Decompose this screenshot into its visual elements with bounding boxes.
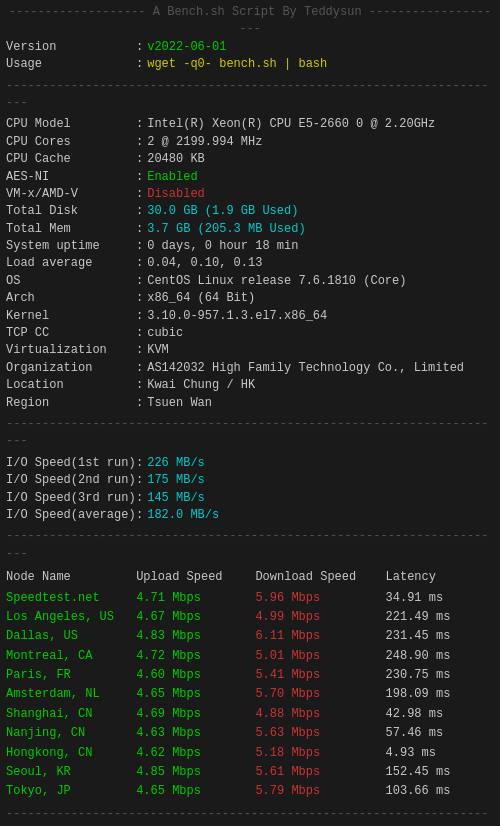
speedtest-upload: 4.71 Mbps xyxy=(136,589,255,608)
system-info: CPU Model : Intel(R) Xeon(R) CPU E5-2660… xyxy=(6,116,494,412)
system-colon: : xyxy=(136,255,143,272)
speedtest-latency: 57.46 ms xyxy=(386,724,494,743)
system-label: CPU Cores xyxy=(6,134,136,151)
system-row: VM-x/AMD-V : Disabled xyxy=(6,186,494,203)
speedtest-upload: 4.63 Mbps xyxy=(136,724,255,743)
speedtest-node: Shanghai, CN xyxy=(6,705,136,724)
system-row: Location : Kwai Chung / HK xyxy=(6,377,494,394)
divider-2: ----------------------------------------… xyxy=(6,416,494,451)
speedtest-node: Hongkong, CN xyxy=(6,744,136,763)
speedtest-node: Amsterdam, NL xyxy=(6,685,136,704)
speedtest-table: Node Name Upload Speed Download Speed La… xyxy=(6,567,494,802)
speedtest-node: Nanjing, CN xyxy=(6,724,136,743)
speedtest-upload: 4.83 Mbps xyxy=(136,627,255,646)
speedtest-download: 4.99 Mbps xyxy=(255,608,385,627)
system-value: Enabled xyxy=(147,169,197,186)
system-value: cubic xyxy=(147,325,183,342)
usage-colon: : xyxy=(136,56,143,73)
system-colon: : xyxy=(136,221,143,238)
speedtest-row: Hongkong, CN4.62 Mbps5.18 Mbps4.93 ms xyxy=(6,744,494,763)
system-value: x86_64 (64 Bit) xyxy=(147,290,255,307)
speedtest-download: 5.79 Mbps xyxy=(255,782,385,801)
system-label: CPU Cache xyxy=(6,151,136,168)
divider-3: ----------------------------------------… xyxy=(6,528,494,563)
system-label: Location xyxy=(6,377,136,394)
speedtest-download: 6.11 Mbps xyxy=(255,627,385,646)
system-value: 30.0 GB (1.9 GB Used) xyxy=(147,203,298,220)
system-label: Kernel xyxy=(6,308,136,325)
io-run3-colon: : xyxy=(136,490,143,507)
speedtest-latency: 103.66 ms xyxy=(386,782,494,801)
io-run3-value: 145 MB/s xyxy=(147,490,205,507)
header-line: ------------------- A Bench.sh Script By… xyxy=(6,4,494,39)
system-value: 3.10.0-957.1.3.el7.x86_64 xyxy=(147,308,327,325)
system-label: Arch xyxy=(6,290,136,307)
system-label: Virtualization xyxy=(6,342,136,359)
system-colon: : xyxy=(136,395,143,412)
system-value: Kwai Chung / HK xyxy=(147,377,255,394)
speedtest-row: Los Angeles, US4.67 Mbps4.99 Mbps221.49 … xyxy=(6,608,494,627)
system-row: AES-NI : Enabled xyxy=(6,169,494,186)
system-value: 2 @ 2199.994 MHz xyxy=(147,134,262,151)
system-colon: : xyxy=(136,134,143,151)
speedtest-download: 5.63 Mbps xyxy=(255,724,385,743)
speedtest-node: Seoul, KR xyxy=(6,763,136,782)
io-avg-row: I/O Speed(average) : 182.0 MB/s xyxy=(6,507,494,524)
speedtest-node: Los Angeles, US xyxy=(6,608,136,627)
system-row: CPU Cores : 2 @ 2199.994 MHz xyxy=(6,134,494,151)
io-run2-colon: : xyxy=(136,472,143,489)
speedtest-node: Paris, FR xyxy=(6,666,136,685)
speedtest-header-row: Node Name Upload Speed Download Speed La… xyxy=(6,567,494,588)
system-label: Region xyxy=(6,395,136,412)
system-colon: : xyxy=(136,360,143,377)
system-row: Organization : AS142032 High Family Tech… xyxy=(6,360,494,377)
system-value: 20480 KB xyxy=(147,151,205,168)
system-value: 3.7 GB (205.3 MB Used) xyxy=(147,221,305,238)
system-row: Load average : 0.04, 0.10, 0.13 xyxy=(6,255,494,272)
system-colon: : xyxy=(136,290,143,307)
speedtest-latency: 248.90 ms xyxy=(386,647,494,666)
speedtest-row: Tokyo, JP4.65 Mbps5.79 Mbps103.66 ms xyxy=(6,782,494,801)
io-avg-value: 182.0 MB/s xyxy=(147,507,219,524)
speedtest-latency: 4.93 ms xyxy=(386,744,494,763)
system-colon: : xyxy=(136,377,143,394)
system-colon: : xyxy=(136,151,143,168)
speedtest-upload: 4.67 Mbps xyxy=(136,608,255,627)
system-colon: : xyxy=(136,238,143,255)
system-row: TCP CC : cubic xyxy=(6,325,494,342)
system-row: CPU Cache : 20480 KB xyxy=(6,151,494,168)
system-label: System uptime xyxy=(6,238,136,255)
system-row: System uptime : 0 days, 0 hour 18 min xyxy=(6,238,494,255)
speedtest-node: Speedtest.net xyxy=(6,589,136,608)
speedtest-node: Montreal, CA xyxy=(6,647,136,666)
speedtest-upload: 4.72 Mbps xyxy=(136,647,255,666)
system-label: AES-NI xyxy=(6,169,136,186)
system-row: CPU Model : Intel(R) Xeon(R) CPU E5-2660… xyxy=(6,116,494,133)
io-avg-label: I/O Speed(average) xyxy=(6,507,136,524)
system-colon: : xyxy=(136,169,143,186)
io-run2-label: I/O Speed(2nd run) xyxy=(6,472,136,489)
io-run1-row: I/O Speed(1st run) : 226 MB/s xyxy=(6,455,494,472)
speedtest-upload: 4.62 Mbps xyxy=(136,744,255,763)
io-run2-value: 175 MB/s xyxy=(147,472,205,489)
divider-4: ----------------------------------------… xyxy=(6,806,494,826)
usage-row: Usage : wget -q0- bench.sh | bash xyxy=(6,56,494,73)
system-label: TCP CC xyxy=(6,325,136,342)
speedtest-latency: 221.49 ms xyxy=(386,608,494,627)
system-label: Total Mem xyxy=(6,221,136,238)
speedtest-upload: 4.69 Mbps xyxy=(136,705,255,724)
speedtest-upload: 4.65 Mbps xyxy=(136,782,255,801)
version-colon: : xyxy=(136,39,143,56)
io-avg-colon: : xyxy=(136,507,143,524)
system-label: VM-x/AMD-V xyxy=(6,186,136,203)
speedtest-download: 5.18 Mbps xyxy=(255,744,385,763)
system-row: Region : Tsuen Wan xyxy=(6,395,494,412)
io-run1-label: I/O Speed(1st run) xyxy=(6,455,136,472)
speedtest-download: 5.61 Mbps xyxy=(255,763,385,782)
system-row: Virtualization : KVM xyxy=(6,342,494,359)
speedtest-latency: 152.45 ms xyxy=(386,763,494,782)
speedtest-node: Dallas, US xyxy=(6,627,136,646)
col-header-download: Download Speed xyxy=(255,567,385,588)
speedtest-download: 5.01 Mbps xyxy=(255,647,385,666)
io-run3-row: I/O Speed(3rd run) : 145 MB/s xyxy=(6,490,494,507)
